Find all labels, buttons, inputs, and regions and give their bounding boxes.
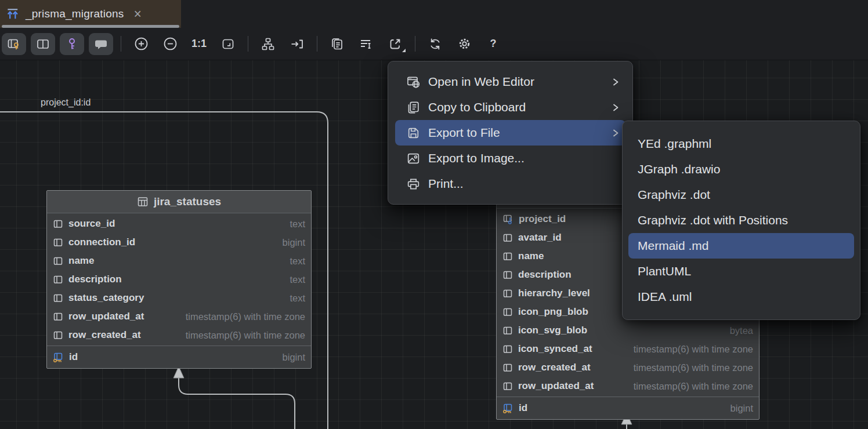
- column-icon: [502, 325, 513, 336]
- diagram-canvas[interactable]: project_id:id jira_statusessource_idtext…: [0, 60, 868, 429]
- primary-key-column-icon: [502, 403, 513, 414]
- help-button[interactable]: ?: [481, 33, 505, 55]
- fit-content-button[interactable]: [216, 33, 240, 55]
- menu-item-copy-to-clipboard[interactable]: Copy to Clipboard: [395, 94, 625, 120]
- dropdown-caret-icon: [402, 49, 406, 52]
- toolbar-separator: [415, 36, 415, 52]
- tab-title: _prisma_migrations: [26, 8, 124, 20]
- submenu-item-label: Graphviz .dot: [638, 188, 710, 202]
- toolbar-separator: [248, 36, 248, 52]
- save-icon: [406, 126, 421, 140]
- column-name: icon_png_blob: [518, 306, 588, 318]
- close-icon[interactable]: ×: [133, 8, 141, 21]
- menu-item-export-to-file[interactable]: Export to File: [395, 120, 625, 146]
- column-row-name[interactable]: nametext: [47, 252, 311, 270]
- menu-item-print[interactable]: Print...: [395, 171, 625, 197]
- column-icon: [502, 381, 513, 391]
- column-row-id[interactable]: idbigint: [47, 347, 311, 367]
- settings-button[interactable]: [452, 33, 476, 55]
- column-name: name: [68, 255, 94, 267]
- font-size-button[interactable]: [354, 33, 378, 55]
- column-row-icon_synced_at[interactable]: icon_synced_attimestamp(6) with time zon…: [497, 340, 759, 358]
- submenu-item-label: YEd .graphml: [638, 137, 711, 151]
- column-icon: [53, 237, 63, 248]
- refresh-button[interactable]: [423, 33, 447, 55]
- toggle-keys-button[interactable]: [60, 33, 84, 55]
- submenu-item-idea-uml[interactable]: IDEA .uml: [628, 284, 854, 310]
- apply-layout-button[interactable]: [256, 33, 280, 55]
- submenu-item-label: JGraph .drawio: [638, 162, 720, 176]
- column-name: row_updated_at: [518, 380, 594, 392]
- table-title: jira_statuses: [154, 195, 221, 208]
- column-icon: [502, 232, 513, 243]
- toggle-comments-button[interactable]: [89, 33, 113, 55]
- edge-to-jira-statuses: [179, 377, 295, 429]
- zoom-actual-button[interactable]: 1:1: [187, 33, 211, 55]
- tab-prisma-migrations[interactable]: _prisma_migrations ×: [0, 0, 181, 28]
- column-type: text: [290, 256, 305, 267]
- column-row-description[interactable]: descriptiontext: [47, 270, 311, 289]
- menu-item-label: Export to Image...: [428, 151, 525, 165]
- submenu-item-yed-graphml[interactable]: YEd .graphml: [628, 131, 854, 157]
- key-icon: [64, 37, 79, 52]
- submenu-item-label: PlantUML: [638, 264, 691, 278]
- submenu-item-graphviz-dot-with-positions[interactable]: Graphviz .dot with Positions: [628, 208, 854, 233]
- show-details-button[interactable]: [325, 33, 349, 55]
- column-name: row_updated_at: [68, 311, 144, 322]
- column-icon: [53, 274, 63, 285]
- export-button[interactable]: [383, 33, 407, 55]
- column-row-source_id[interactable]: source_idtext: [47, 214, 311, 233]
- table-header[interactable]: jira_statuses: [47, 191, 311, 213]
- column-type: bigint: [283, 237, 305, 248]
- column-type: bigint: [730, 403, 753, 414]
- column-name: description: [68, 274, 122, 285]
- chevron-right-icon: [612, 77, 620, 88]
- key-columns-section: idbigint: [47, 346, 311, 368]
- column-name: name: [518, 250, 544, 262]
- submenu-item-jgraph-drawio[interactable]: JGraph .drawio: [628, 157, 854, 182]
- toggle-key-columns-button[interactable]: [2, 33, 26, 55]
- export-to-file-submenu: YEd .graphmlJGraph .drawioGraphviz .dotG…: [622, 121, 860, 320]
- db-table-jira_statuses[interactable]: jira_statusessource_idtextconnection_idb…: [46, 190, 312, 369]
- jump-to-source-button[interactable]: [285, 33, 309, 55]
- diagram-editor-window: _prisma_migrations × 1:1? project_id:id …: [0, 0, 868, 429]
- column-type: timestamp(6) with time zone: [634, 362, 753, 373]
- column-row-connection_id[interactable]: connection_idbigint: [47, 233, 311, 252]
- column-row-status_category[interactable]: status_categorytext: [47, 289, 311, 307]
- column-name: icon_synced_at: [518, 343, 592, 355]
- key-columns-section: idbigint: [497, 397, 759, 419]
- zoom-in-button[interactable]: [129, 33, 153, 55]
- toolbar-separator: [121, 36, 121, 52]
- chevron-right-icon: [612, 128, 620, 139]
- layout-icon: [261, 37, 276, 52]
- column-type: timestamp(6) with time zone: [186, 330, 305, 341]
- column-row-row_updated_at[interactable]: row_updated_attimestamp(6) with time zon…: [497, 377, 759, 395]
- menu-item-export-to-image[interactable]: Export to Image...: [395, 146, 625, 171]
- column-type: text: [290, 219, 305, 230]
- refresh-icon: [428, 37, 443, 52]
- column-icon: [53, 256, 63, 266]
- column-name: source_id: [68, 218, 115, 230]
- export-icon: [388, 37, 403, 52]
- column-name: id: [519, 402, 527, 414]
- submenu-item-graphviz-dot[interactable]: Graphviz .dot: [628, 182, 854, 208]
- menu-item-open-in-web-editor[interactable]: Open in Web Editor: [395, 69, 625, 94]
- clipboard-copy-icon: [406, 100, 421, 115]
- column-name: connection_id: [68, 237, 135, 248]
- toolbar-separator: [317, 36, 317, 52]
- submenu-item-mermaid-md[interactable]: Mermaid .md: [628, 233, 854, 259]
- toggle-columns-button[interactable]: [31, 33, 55, 55]
- column-row-row_created_at[interactable]: row_created_attimestamp(6) with time zon…: [497, 358, 759, 377]
- table-icon: [137, 196, 149, 208]
- column-row-row_updated_at[interactable]: row_updated_attimestamp(6) with time zon…: [47, 307, 311, 326]
- menu-item-label: Export to File: [428, 126, 500, 140]
- zoom-out-button[interactable]: [158, 33, 182, 55]
- column-row-row_created_at[interactable]: row_created_attimestamp(6) with time zon…: [47, 326, 311, 344]
- column-name: row_created_at: [68, 329, 141, 341]
- submenu-item-plantuml[interactable]: PlantUML: [628, 259, 854, 284]
- column-row-icon_svg_blob[interactable]: icon_svg_blobbytea: [497, 321, 759, 340]
- column-type: bigint: [283, 352, 305, 363]
- column-row-id[interactable]: idbigint: [497, 398, 759, 418]
- jump-to-icon: [290, 37, 305, 52]
- zoom-in-icon: [133, 36, 149, 52]
